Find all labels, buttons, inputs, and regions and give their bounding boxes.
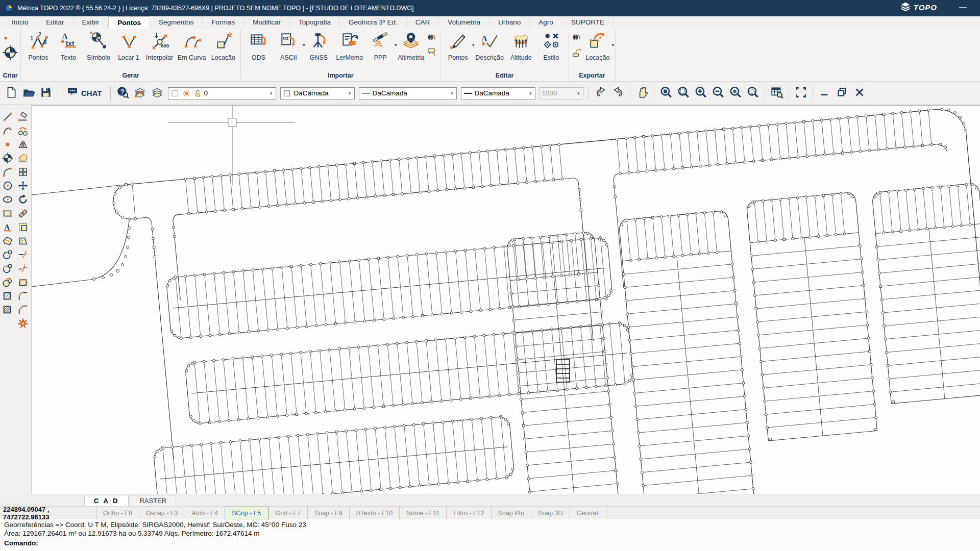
text-tool[interactable]: A (1, 221, 15, 235)
menu-tab-agro[interactable]: Agro (530, 16, 562, 29)
chevron-down-icon[interactable]: ▾ (451, 91, 455, 96)
command-prompt[interactable]: Comando: (4, 539, 976, 548)
chevron-down-icon[interactable]: ▾ (349, 91, 353, 96)
ribbon-button-interpolar[interactable]: 600Interpolar (144, 30, 175, 61)
circle-tool[interactable] (1, 180, 15, 193)
point-tool[interactable] (1, 139, 15, 152)
toggle-snap-pto[interactable]: Snap Pto (491, 507, 531, 519)
array-tool[interactable] (16, 166, 30, 180)
circle-divide-tool[interactable] (1, 249, 15, 262)
ribbon-button-gnss[interactable]: GNSS (304, 30, 333, 61)
ribbon-button-locar-1[interactable]: Locar 1 (114, 30, 143, 61)
toggle-atrib-f4[interactable]: Atrib - F4 (185, 507, 225, 519)
circle-copy-tool[interactable] (1, 277, 15, 290)
globe-arrow-button[interactable] (427, 33, 437, 45)
table-zoom-button[interactable] (769, 85, 785, 102)
compass-button[interactable] (3, 45, 18, 62)
scale-combo[interactable]: 1000▾ (540, 87, 583, 99)
zoom-previous-button[interactable] (658, 85, 674, 102)
arc-tool[interactable] (1, 166, 15, 180)
undo-button[interactable] (593, 85, 609, 102)
line-tool[interactable] (1, 111, 15, 124)
loteamento-plan-drawing[interactable] (32, 106, 980, 494)
layer-combo[interactable]: 0▾ (168, 87, 276, 99)
menu-tab-topografia[interactable]: Topografia (290, 16, 340, 29)
redo-button[interactable] (610, 85, 626, 102)
eraser-tool[interactable] (16, 111, 30, 124)
chevron-down-icon[interactable]: ▾ (270, 91, 275, 96)
cad-drawing-canvas[interactable] (32, 105, 980, 494)
chamfer-tool[interactable] (16, 304, 30, 317)
color-combo[interactable]: DaCamada▾ (280, 87, 355, 99)
layers-b-button[interactable] (149, 85, 165, 102)
circle-divide2-tool[interactable] (1, 263, 15, 276)
menu-tab-suporte[interactable]: SUPORTE (562, 16, 614, 29)
explode-star-tool[interactable] (16, 318, 30, 331)
callout-arrow-button[interactable] (427, 47, 437, 60)
chevron-down-icon[interactable]: ▾ (529, 91, 534, 96)
hatch-tool[interactable] (1, 290, 15, 304)
rotate-tool[interactable] (16, 194, 30, 207)
menu-tab-geoincra-3-ed[interactable]: GeoIncra 3ª Ed. (340, 16, 407, 29)
menu-tab-urbano[interactable]: Urbano (489, 16, 530, 29)
toggle-nome-f11[interactable]: Nome - F11 (399, 507, 446, 519)
menu-tab-inicio[interactable]: Início (3, 16, 37, 29)
fullscreen-button[interactable] (793, 85, 809, 102)
toggle-grid-f7[interactable]: Grid - F7 (268, 507, 307, 519)
ribbon-button-lermemo[interactable]: LerMemo (334, 30, 365, 61)
ribbon-button-altimetria[interactable]: Altimetria (396, 30, 426, 61)
layers-a-button[interactable] (132, 85, 148, 102)
ribbon-button-descricao[interactable]: ADescrição (473, 30, 506, 61)
hatch2-tool[interactable] (1, 304, 15, 317)
ribbon-button-altitude[interactable]: Altitude (506, 30, 536, 61)
chevron-down-icon[interactable]: ▾ (612, 43, 614, 47)
scale-tool[interactable] (16, 221, 30, 235)
compass-point-tool[interactable] (1, 153, 15, 166)
help-search-button[interactable]: ? (114, 85, 131, 102)
point-small-button[interactable] (3, 34, 18, 43)
ribbon-button-ods[interactable]: ODS (243, 30, 273, 61)
transform-points-tool[interactable] (16, 125, 30, 138)
palette-grip[interactable] (2, 108, 13, 109)
menu-tab-pontos[interactable]: Pontos (108, 16, 150, 29)
ribbon-button-ppp[interactable]: PPP▾ (365, 30, 395, 61)
window-restore-button[interactable] (834, 85, 850, 102)
move-tool[interactable] (16, 180, 30, 193)
titlebar-minimize-button[interactable]: — (959, 2, 967, 11)
ribbon-button-pontos[interactable]: 123Pontos (23, 30, 53, 61)
ribbon-button-pontos[interactable]: Pontos▾ (443, 30, 473, 61)
pan-hand-button[interactable] (634, 85, 650, 102)
window-close-button[interactable] (851, 85, 868, 102)
document-tab-c-a-d[interactable]: C A D (84, 495, 129, 506)
toggle-osnap-f3[interactable]: Osnap - F3 (139, 507, 185, 519)
menu-tab-editar[interactable]: Editar (37, 16, 73, 29)
rectangle-tool[interactable] (1, 208, 15, 221)
menu-tab-modificar[interactable]: Modificar (244, 16, 290, 29)
menu-tab-segmentos[interactable]: Segmentos (150, 16, 203, 29)
arc-segment-tool[interactable] (1, 125, 15, 138)
palette-grip[interactable] (17, 108, 29, 109)
mirror-tool[interactable] (16, 139, 30, 152)
toggle-ortho-f8[interactable]: Ortho - F8 (96, 507, 139, 519)
ribbon-button-texto[interactable]: AtxtTexto (54, 30, 83, 61)
ribbon-button-estilo[interactable]: Estilo (536, 30, 566, 61)
fillet-tool[interactable] (16, 290, 30, 304)
ellipse-tool[interactable] (1, 194, 15, 207)
toggle-georref[interactable]: Georref. (570, 507, 607, 519)
break-tool[interactable] (16, 263, 30, 276)
chevron-down-icon[interactable]: ▾ (577, 91, 582, 96)
zoom-in-button[interactable] (693, 85, 709, 102)
document-tab-raster[interactable]: RASTER (130, 495, 176, 506)
trim-tool[interactable] (16, 249, 30, 262)
stretch-tool[interactable] (16, 235, 30, 248)
ribbon-button-locacao[interactable]: Locação▾ (583, 30, 612, 61)
save-button[interactable] (38, 85, 54, 102)
ribbon-button-em-curva[interactable]: Em Curva (176, 30, 208, 61)
globe-arrow-button[interactable] (572, 33, 582, 45)
label-tag-tool[interactable] (1, 235, 15, 248)
ribbon-button-simbolo[interactable]: Símbolo (84, 30, 113, 61)
linetype-combo[interactable]: DaCamada▾ (359, 87, 457, 99)
open-folder-button[interactable] (20, 85, 37, 102)
menu-tab-exibir[interactable]: Exibir (74, 16, 109, 29)
zoom-object-button[interactable] (727, 85, 744, 102)
